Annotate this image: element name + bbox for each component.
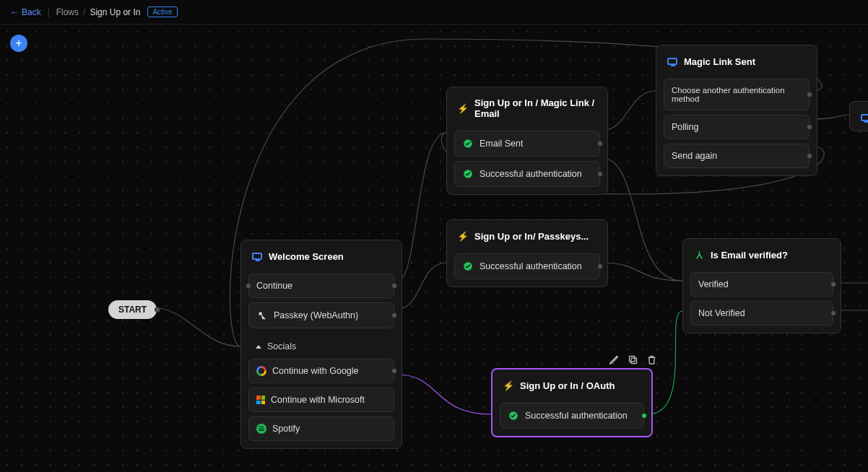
- port-out[interactable]: [391, 368, 397, 374]
- port-in[interactable]: [246, 283, 251, 289]
- port-out[interactable]: [597, 263, 603, 269]
- row-spotify[interactable]: Spotify: [248, 416, 394, 441]
- row-label: Continue with Google: [272, 366, 359, 376]
- node-title: Sign Up or In/ Passkeys...: [474, 231, 589, 242]
- microsoft-icon: [256, 395, 265, 404]
- row-socials-header[interactable]: Socials: [248, 333, 394, 354]
- port-out[interactable]: [830, 310, 836, 316]
- row-google[interactable]: Continue with Google: [248, 359, 394, 383]
- row-success-auth[interactable]: Successful authentication: [454, 161, 600, 187]
- divider: [48, 7, 49, 17]
- port-out[interactable]: [391, 313, 397, 318]
- node-passkeys[interactable]: ⚡ Sign Up or In/ Passkeys... Successful …: [446, 219, 608, 287]
- bolt-icon: ⚡: [503, 380, 514, 391]
- port-out[interactable]: [597, 171, 603, 177]
- row-label: Successful authentication: [479, 169, 582, 179]
- row-send-again[interactable]: Send again: [664, 144, 810, 168]
- node-header: [857, 109, 868, 131]
- breadcrumb-current: Sign Up or In: [90, 7, 140, 17]
- check-circle-icon: [508, 410, 519, 421]
- row-success-auth[interactable]: Successful authentication: [500, 403, 644, 429]
- breadcrumb-sep: /: [83, 7, 85, 17]
- row-verified[interactable]: Verified: [690, 272, 833, 297]
- top-bar: ← Back Flows / Sign Up or In Active: [0, 0, 868, 25]
- node-title: Sign Up or In / Magic Link / Email: [474, 97, 597, 119]
- row-label: Successful authentication: [479, 261, 582, 271]
- node-welcome-screen[interactable]: Welcome Screen Continue Passkey (WebAuth…: [240, 240, 402, 449]
- row-microsoft[interactable]: Continue with Microsoft: [248, 388, 394, 412]
- node-header: Is Email verified?: [690, 246, 833, 268]
- port[interactable]: [155, 307, 160, 313]
- node-toolbar: [608, 354, 657, 365]
- screen-icon: [860, 112, 868, 123]
- node-title: Sign Up or In / OAuth: [520, 380, 615, 391]
- back-label: Back: [22, 7, 41, 17]
- port-out[interactable]: [807, 153, 812, 159]
- node-title: Welcome Screen: [269, 251, 344, 262]
- check-circle-icon: [462, 138, 474, 149]
- delete-button[interactable]: [646, 354, 657, 365]
- node-magic-link-email[interactable]: ⚡ Sign Up or In / Magic Link / Email Ema…: [446, 87, 608, 195]
- port-out[interactable]: [597, 141, 603, 147]
- bolt-icon: ⚡: [457, 230, 469, 242]
- spotify-icon: [256, 424, 266, 434]
- row-continue[interactable]: Continue: [248, 274, 394, 298]
- flow-canvas[interactable]: + START Welcome Screen: [0, 25, 868, 472]
- node-title: Magic Link Sent: [684, 56, 755, 67]
- row-polling[interactable]: Polling: [664, 115, 810, 139]
- port-out[interactable]: [830, 281, 836, 287]
- node-magic-link-sent[interactable]: Magic Link Sent Choose another authentic…: [656, 45, 817, 176]
- arrow-left-icon: ←: [10, 7, 19, 17]
- svg-rect-5: [629, 356, 635, 362]
- row-label: Socials: [267, 341, 296, 351]
- row-label: Continue with Microsoft: [271, 395, 365, 405]
- port-out[interactable]: [807, 92, 812, 97]
- google-icon: [256, 366, 266, 376]
- node-email-verified[interactable]: Is Email verified? Verified Not Verified: [682, 238, 841, 333]
- node-title: Is Email verified?: [711, 250, 788, 261]
- start-label: START: [118, 305, 147, 315]
- bolt-icon: ⚡: [457, 102, 469, 114]
- node-oauth[interactable]: ⚡ Sign Up or In / OAuth Successful authe…: [491, 368, 653, 437]
- row-label: Polling: [672, 122, 699, 132]
- node-header: Magic Link Sent: [664, 53, 810, 74]
- start-node[interactable]: START: [108, 300, 157, 319]
- row-label: Successful authentication: [525, 411, 628, 421]
- chevron-up-icon: [256, 345, 261, 349]
- screen-icon: [667, 56, 678, 67]
- check-circle-icon: [462, 168, 474, 180]
- port-out[interactable]: [391, 283, 397, 289]
- port-out[interactable]: [641, 413, 647, 419]
- node-header: ⚡ Sign Up or In / Magic Link / Email: [454, 95, 600, 126]
- row-passkey[interactable]: Passkey (WebAuthn): [248, 302, 394, 328]
- node-header: Welcome Screen: [248, 248, 394, 269]
- row-label: Email Sent: [479, 139, 523, 149]
- row-label: Choose another authentication method: [672, 86, 802, 103]
- row-label: Passkey (WebAuthn): [274, 310, 358, 320]
- screen-icon: [251, 250, 263, 262]
- copy-button[interactable]: [627, 354, 638, 365]
- row-success-auth[interactable]: Successful authentication: [454, 253, 600, 279]
- row-not-verified[interactable]: Not Verified: [690, 301, 833, 325]
- key-icon: [256, 310, 268, 321]
- row-label: Continue: [256, 281, 292, 291]
- port-out[interactable]: [807, 124, 812, 130]
- fork-icon: [693, 249, 705, 261]
- back-button[interactable]: ← Back: [10, 7, 41, 17]
- row-label: Verified: [698, 279, 729, 289]
- node-header: ⚡ Sign Up or In / OAuth: [500, 377, 644, 398]
- status-badge: Active: [147, 6, 177, 17]
- node-offscreen[interactable]: [849, 101, 868, 131]
- breadcrumb: Flows / Sign Up or In: [56, 7, 141, 17]
- breadcrumb-flows[interactable]: Flows: [56, 7, 79, 17]
- row-email-sent[interactable]: Email Sent: [454, 131, 600, 157]
- row-label: Spotify: [272, 424, 300, 434]
- edit-button[interactable]: [608, 354, 620, 365]
- add-node-button[interactable]: +: [10, 35, 27, 52]
- row-label: Send again: [672, 151, 717, 161]
- node-header: ⚡ Sign Up or In/ Passkeys...: [454, 227, 600, 249]
- plus-icon: +: [15, 37, 22, 50]
- row-label: Not Verified: [698, 308, 745, 318]
- check-circle-icon: [462, 261, 474, 272]
- row-choose-method[interactable]: Choose another authentication method: [664, 79, 810, 110]
